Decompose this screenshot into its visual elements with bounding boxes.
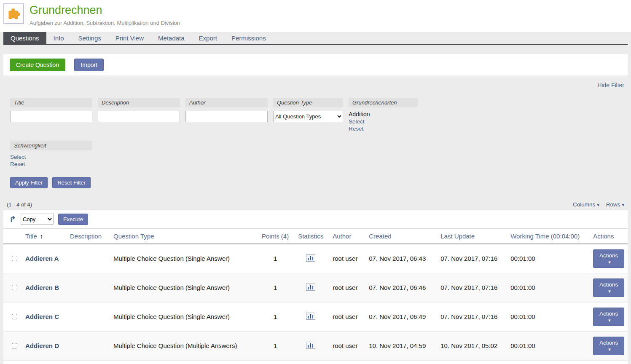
- question-type-cell: Multiple Choice Question (Single Answer): [110, 273, 258, 302]
- table-header-row: Title↑ Description Question Type Points …: [3, 228, 628, 244]
- bulk-actions-top: ↱ Copy Execute: [3, 210, 628, 228]
- question-title-link[interactable]: Addieren A: [25, 255, 59, 262]
- result-range-top: (1 - 4 of 4): [7, 201, 32, 208]
- table-row: Addieren A Multiple Choice Question (Sin…: [3, 244, 628, 273]
- reset-filter-button[interactable]: Reset Filter: [52, 177, 90, 188]
- last-update-cell: 07. Nov 2017, 07:16: [437, 302, 507, 331]
- description-cell: [67, 273, 110, 302]
- header: Grundrechnen Aufgaben zur Addition, Subt…: [0, 0, 631, 32]
- question-title-link[interactable]: Addieren B: [25, 284, 59, 291]
- page-title: Grundrechnen: [30, 3, 180, 18]
- working-time-cell: 00:01:00: [507, 302, 590, 331]
- filter-field-title: Title: [10, 98, 92, 122]
- author-cell: root user: [329, 331, 365, 360]
- execute-button-top[interactable]: Execute: [58, 214, 88, 225]
- columns-menu-label: Columns: [573, 201, 595, 208]
- schwierigkeit-select-link[interactable]: Select: [10, 153, 92, 161]
- grundrechenarten-reset-link[interactable]: Reset: [349, 125, 418, 132]
- filter-description-input[interactable]: [98, 111, 180, 122]
- last-update-cell: 07. Nov 2017, 07:16: [437, 244, 507, 273]
- sort-ascending-icon: ↑: [40, 233, 43, 240]
- tab-bar: Questions Info Settings Print View Metad…: [3, 32, 628, 45]
- statistics-chart-icon[interactable]: [306, 313, 315, 321]
- column-header-working-time: Working Time (00:04:00): [507, 228, 590, 244]
- table-row: Addieren B Multiple Choice Question (Sin…: [3, 273, 628, 302]
- question-type-cell: Multiple Choice Question (Single Answer): [110, 244, 258, 273]
- tab-print-view[interactable]: Print View: [108, 32, 151, 44]
- author-cell: root user: [329, 302, 365, 331]
- actions-button-label: Actions: [599, 281, 618, 288]
- column-header-title-label: Title: [25, 233, 37, 240]
- filter-title-input[interactable]: [10, 111, 92, 122]
- column-header-statistics: Statistics: [292, 228, 329, 244]
- columns-menu[interactable]: Columns▾: [573, 201, 599, 208]
- points-cell: 1: [258, 331, 292, 360]
- actions-button-label: Actions: [599, 340, 618, 346]
- created-cell: 07. Nov 2017, 06:49: [365, 302, 437, 331]
- import-button[interactable]: Import: [74, 59, 104, 71]
- row-checkbox[interactable]: [12, 285, 17, 290]
- filter-field-schwierigkeit: Schwierigkeit Select Reset: [10, 141, 92, 168]
- filter-field-grundrechenarten: Grundrechenarten Addition Select Reset: [349, 98, 418, 132]
- description-cell: [67, 302, 110, 331]
- row-checkbox[interactable]: [12, 256, 17, 261]
- row-actions-button[interactable]: Actions ▾: [593, 249, 624, 268]
- filter-question-type-select[interactable]: All Question Types: [273, 111, 343, 122]
- row-actions-button[interactable]: Actions ▾: [593, 278, 624, 297]
- caret-down-icon: ▾: [608, 289, 611, 294]
- filter-schwierigkeit-label: Schwierigkeit: [10, 141, 92, 150]
- schwierigkeit-reset-link[interactable]: Reset: [10, 161, 92, 168]
- question-title-link[interactable]: Addieren C: [25, 313, 59, 320]
- grundrechenarten-select-link[interactable]: Select: [349, 118, 418, 125]
- column-header-question-type[interactable]: Question Type: [110, 228, 258, 244]
- column-header-created[interactable]: Created: [365, 228, 437, 244]
- points-cell: 1: [258, 273, 292, 302]
- filter-question-type-label: Question Type: [273, 98, 343, 107]
- tab-questions[interactable]: Questions: [3, 32, 46, 44]
- table-row: Addieren C Multiple Choice Question (Sin…: [3, 302, 628, 331]
- bulk-action-select-top[interactable]: Copy: [21, 214, 54, 225]
- questions-table-card: ↱ Copy Execute Title↑ Description Questi…: [3, 210, 628, 364]
- statistics-chart-icon[interactable]: [306, 254, 315, 263]
- apply-to-top-arrow-icon: ↱: [9, 215, 16, 223]
- tab-metadata[interactable]: Metadata: [151, 32, 192, 44]
- column-header-points[interactable]: Points (4): [258, 228, 292, 244]
- tab-settings[interactable]: Settings: [71, 32, 108, 44]
- question-type-cell: Multiple Choice Question (Single Answer): [110, 302, 258, 331]
- filter-row-1: Title Description Author Question Type A…: [10, 98, 631, 132]
- tab-info[interactable]: Info: [46, 32, 71, 44]
- filter-buttons: Apply Filter Reset Filter: [10, 177, 631, 188]
- description-cell: [67, 331, 110, 360]
- working-time-cell: 00:01:00: [507, 273, 590, 302]
- rows-menu[interactable]: Rows▾: [606, 201, 624, 208]
- row-actions-button[interactable]: Actions ▾: [593, 308, 624, 326]
- row-checkbox[interactable]: [12, 314, 17, 319]
- row-actions-button[interactable]: Actions ▾: [593, 337, 624, 355]
- last-update-cell: 07. Nov 2017, 07:16: [437, 273, 507, 302]
- tab-permissions[interactable]: Permissions: [224, 32, 273, 44]
- statistics-chart-icon[interactable]: [306, 342, 315, 350]
- apply-filter-button[interactable]: Apply Filter: [10, 177, 48, 188]
- row-checkbox[interactable]: [12, 343, 17, 348]
- caret-down-icon: ▾: [597, 202, 599, 207]
- working-time-cell: 00:01:00: [507, 244, 590, 273]
- column-header-last-update[interactable]: Last Update: [437, 228, 507, 244]
- created-cell: 07. Nov 2017, 06:46: [365, 273, 437, 302]
- column-header-author[interactable]: Author: [329, 228, 365, 244]
- table-row: Addieren D Multiple Choice Question (Mul…: [3, 331, 628, 360]
- filter-title-label: Title: [10, 98, 92, 107]
- column-header-title[interactable]: Title↑: [22, 228, 67, 244]
- caret-down-icon: ▾: [622, 202, 624, 207]
- filter-grundrechenarten-value: Addition: [349, 111, 418, 118]
- author-cell: root user: [329, 244, 365, 273]
- page-subtitle: Aufgaben zur Addition, Subtraktion, Mult…: [30, 20, 180, 26]
- tab-export[interactable]: Export: [192, 32, 224, 44]
- filter-grundrechenarten-label: Grundrechenarten: [349, 98, 418, 107]
- statistics-chart-icon[interactable]: [306, 284, 315, 292]
- question-title-link[interactable]: Addieren D: [25, 342, 59, 349]
- filter-author-input[interactable]: [185, 111, 268, 122]
- create-question-button[interactable]: Create Question: [10, 59, 65, 71]
- column-header-description[interactable]: Description: [67, 228, 110, 244]
- author-cell: root user: [329, 273, 365, 302]
- hide-filter-link[interactable]: Hide Filter: [597, 82, 624, 88]
